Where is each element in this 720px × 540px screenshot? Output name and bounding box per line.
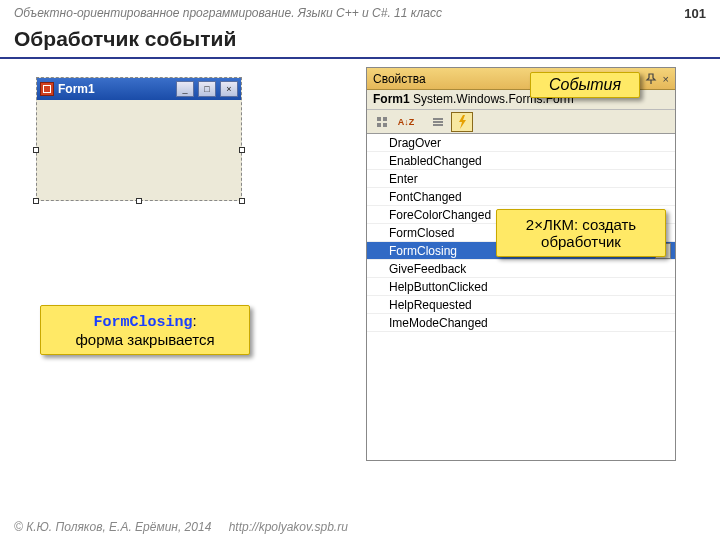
event-row[interactable]: Enter: [367, 170, 675, 188]
svg-rect-6: [433, 124, 443, 126]
events-list: DragOver EnabledChanged Enter FontChange…: [367, 134, 675, 460]
resize-handle[interactable]: [33, 147, 39, 153]
copyright: © К.Ю. Поляков, Е.А. Ерёмин, 2014: [14, 520, 211, 534]
slide-header: Объектно-ориентированное программировани…: [0, 0, 720, 23]
form-body: [37, 100, 241, 200]
panel-close-icon[interactable]: ×: [663, 73, 669, 85]
svg-rect-4: [433, 118, 443, 120]
svg-rect-2: [383, 117, 387, 121]
page-number: 101: [684, 6, 706, 21]
callout-double-click: 2×ЛКМ: создать обработчик: [496, 209, 666, 257]
properties-panel-title: Свойства: [373, 72, 426, 86]
categorize-button[interactable]: [371, 112, 393, 132]
svg-rect-1: [377, 123, 381, 127]
event-row[interactable]: GiveFeedback: [367, 260, 675, 278]
form-window: Form1 _ □ ×: [36, 77, 242, 201]
properties-button[interactable]: [427, 112, 449, 132]
svg-rect-0: [377, 117, 381, 121]
slide-content: Form1 _ □ × Свойства × Form1 System.Wind…: [0, 59, 720, 489]
close-button[interactable]: ×: [220, 81, 238, 97]
event-row[interactable]: FontChanged: [367, 188, 675, 206]
slide-footer: © К.Ю. Поляков, Е.А. Ерёмин, 2014 http:/…: [0, 514, 720, 540]
form-titlebar: Form1 _ □ ×: [37, 78, 241, 100]
events-button[interactable]: [451, 112, 473, 132]
event-row[interactable]: HelpButtonClicked: [367, 278, 675, 296]
event-row[interactable]: HelpRequested: [367, 296, 675, 314]
form-icon: [40, 82, 54, 96]
maximize-button[interactable]: □: [198, 81, 216, 97]
event-row[interactable]: ImeModeChanged: [367, 314, 675, 332]
properties-object-name: Form1: [373, 92, 410, 106]
resize-handle[interactable]: [239, 147, 245, 153]
resize-handle[interactable]: [33, 198, 39, 204]
pin-icon[interactable]: [645, 73, 657, 85]
properties-panel: Свойства × Form1 System.Windows.Forms.Fo…: [366, 67, 676, 461]
resize-handle[interactable]: [239, 198, 245, 204]
alphabetical-button[interactable]: A↓Z: [395, 112, 417, 132]
event-row[interactable]: EnabledChanged: [367, 152, 675, 170]
course-name: Объектно-ориентированное программировани…: [14, 6, 442, 21]
event-row[interactable]: DragOver: [367, 134, 675, 152]
minimize-button[interactable]: _: [176, 81, 194, 97]
footer-url: http://kpolyakov.spb.ru: [229, 520, 348, 534]
svg-rect-5: [433, 121, 443, 123]
form-title: Form1: [58, 82, 172, 96]
callout-events: События: [530, 72, 640, 98]
properties-toolbar: A↓Z: [367, 110, 675, 134]
callout-formclosing: FormClosing: форма закрывается: [40, 305, 250, 355]
slide-title: Обработчик событий: [0, 23, 720, 59]
resize-handle[interactable]: [136, 198, 142, 204]
svg-rect-3: [383, 123, 387, 127]
